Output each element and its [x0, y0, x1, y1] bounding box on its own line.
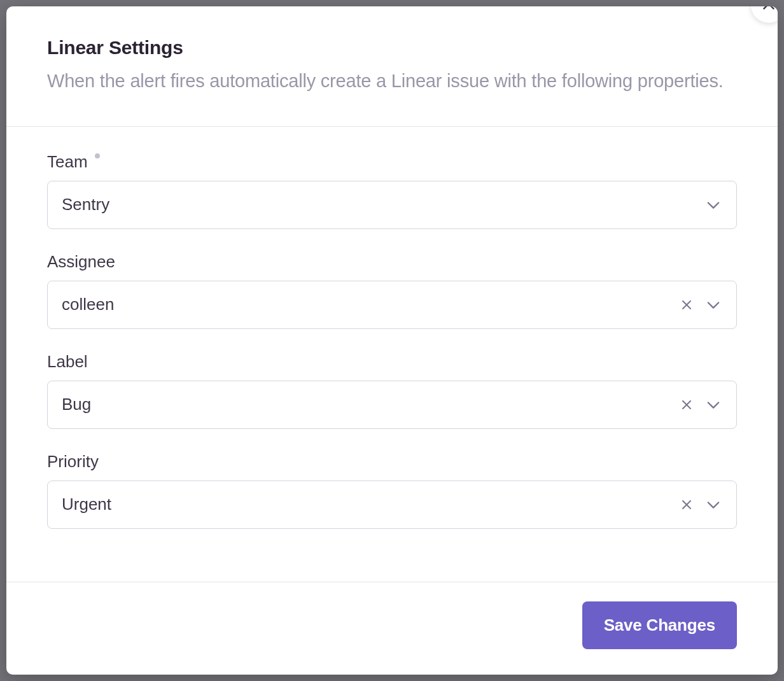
modal-header: Linear Settings When the alert fires aut… — [6, 6, 778, 127]
save-changes-button[interactable]: Save Changes — [582, 601, 737, 649]
priority-label: Priority — [47, 452, 737, 472]
priority-select-icons — [679, 496, 722, 514]
assignee-form-group: Assignee colleen — [47, 252, 737, 329]
label-select-icons — [679, 396, 722, 414]
label-label: Label — [47, 352, 737, 372]
team-form-group: Team Sentry — [47, 152, 737, 229]
chevron-down-icon — [704, 496, 722, 514]
clear-icon[interactable] — [679, 297, 694, 312]
modal-title: Linear Settings — [47, 37, 737, 59]
assignee-select[interactable]: colleen — [47, 281, 737, 329]
modal-footer: Save Changes — [6, 582, 778, 675]
clear-icon[interactable] — [679, 497, 694, 512]
chevron-down-icon — [704, 296, 722, 314]
team-select[interactable]: Sentry — [47, 181, 737, 229]
priority-select-value: Urgent — [62, 495, 679, 514]
assignee-select-icons — [679, 296, 722, 314]
required-indicator-icon — [95, 153, 100, 158]
label-select-value: Bug — [62, 395, 679, 414]
team-label-text: Team — [47, 152, 88, 171]
label-form-group: Label Bug — [47, 352, 737, 429]
priority-select[interactable]: Urgent — [47, 481, 737, 529]
close-icon — [760, 6, 777, 15]
chevron-down-icon — [704, 396, 722, 414]
modal-body: Team Sentry Assignee colleen — [6, 127, 778, 582]
modal-subtitle: When the alert fires automatically creat… — [47, 67, 737, 95]
assignee-select-value: colleen — [62, 295, 679, 314]
clear-icon[interactable] — [679, 397, 694, 412]
assignee-label: Assignee — [47, 252, 737, 272]
label-select[interactable]: Bug — [47, 381, 737, 429]
team-select-value: Sentry — [62, 195, 704, 214]
team-label: Team — [47, 152, 737, 172]
linear-settings-modal: Linear Settings When the alert fires aut… — [6, 6, 778, 675]
chevron-down-icon — [704, 196, 722, 214]
team-select-icons — [704, 196, 722, 214]
priority-form-group: Priority Urgent — [47, 452, 737, 529]
